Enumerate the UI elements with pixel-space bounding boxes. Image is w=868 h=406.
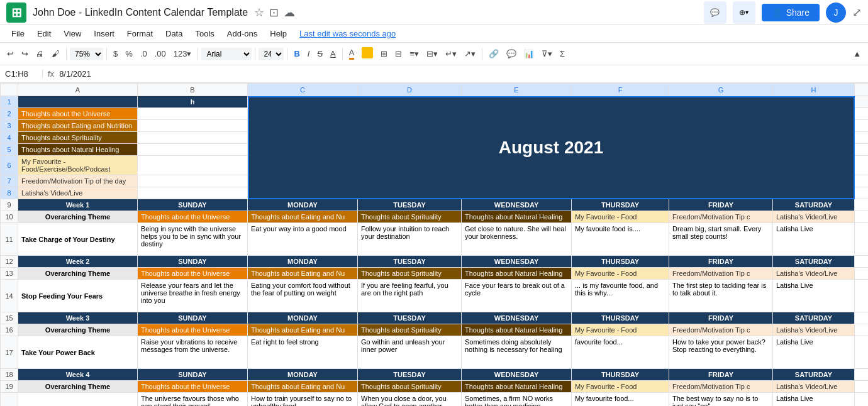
cell-b10[interactable]: Thoughts about the Universe: [138, 211, 248, 223]
menu-view[interactable]: View: [58, 28, 86, 40]
cell-wed3[interactable]: WEDNESDAY: [462, 312, 572, 324]
cell-b11[interactable]: Being in sync with the universe helps yo…: [138, 223, 248, 256]
merge-button[interactable]: ⊟: [392, 47, 405, 60]
paint-format-button[interactable]: 🖌: [48, 47, 63, 60]
col-header-e[interactable]: E: [462, 84, 572, 96]
rotate-button[interactable]: ↗▾: [461, 47, 479, 60]
col-header-c[interactable]: C: [248, 84, 358, 96]
font-size-select[interactable]: 24: [259, 48, 284, 60]
cell-wed1[interactable]: WEDNESDAY: [462, 199, 572, 211]
cell-fri2[interactable]: FRIDAY: [669, 256, 773, 268]
cell-f13[interactable]: My Favourite - Food: [572, 268, 669, 280]
decimal-increase-button[interactable]: .00: [152, 47, 169, 60]
cell-sun1[interactable]: SUNDAY: [138, 199, 248, 211]
cell-a6[interactable]: My Favourite - Food/Exercise/Book/Podcas…: [18, 156, 138, 175]
cell-d19[interactable]: Thoughts about Sprituality: [358, 381, 462, 393]
cell-b3[interactable]: [138, 120, 248, 132]
align-button[interactable]: ≡▾: [406, 47, 422, 60]
cell-a4[interactable]: Thoughts about Sprituality: [18, 132, 138, 144]
hide-toolbar-button[interactable]: ▲: [850, 47, 864, 60]
cell-g11[interactable]: Dream big, start small. Every small step…: [669, 223, 773, 256]
col-header-b[interactable]: B: [138, 84, 248, 96]
cell-g16[interactable]: Freedom/Motivation Tip c: [669, 324, 773, 336]
cell-sat3[interactable]: SATURDAY: [773, 312, 855, 324]
share-button[interactable]: 👤 Share: [762, 4, 820, 21]
cell-g13[interactable]: Freedom/Motivation Tip c: [669, 268, 773, 280]
cell-week2[interactable]: Week 2: [18, 256, 138, 268]
cell-sun4[interactable]: SUNDAY: [138, 369, 248, 381]
cell-b13[interactable]: Thoughts about the Universe: [138, 268, 248, 280]
font-select[interactable]: Arial: [201, 48, 252, 60]
menu-addons[interactable]: Add-ons: [222, 28, 262, 40]
cell-h16[interactable]: Latisha's Video/Live: [773, 324, 855, 336]
cell-h14[interactable]: Latisha Live: [773, 280, 855, 312]
cell-h20[interactable]: Latisha Live: [773, 393, 855, 407]
cell-d20[interactable]: When you close a door, you allow God to …: [358, 393, 462, 407]
cell-c16[interactable]: Thoughts about Eating and Nu: [248, 324, 358, 336]
cell-e16[interactable]: Thoughts about Natural Healing: [462, 324, 572, 336]
col-header-a[interactable]: A: [18, 84, 138, 96]
cell-h10[interactable]: Latisha's Video/Live: [773, 211, 855, 223]
cell-tue4[interactable]: TUESDAY: [358, 369, 462, 381]
underline-button[interactable]: A: [327, 47, 339, 60]
cell-h13[interactable]: Latisha's Video/Live: [773, 268, 855, 280]
col-header-d[interactable]: D: [358, 84, 462, 96]
cell-c14[interactable]: Eating your comfort food without the fea…: [248, 280, 358, 312]
cell-sat2[interactable]: SATURDAY: [773, 256, 855, 268]
cell-e10[interactable]: Thoughts about Natural Healing: [462, 211, 572, 223]
menu-tools[interactable]: Tools: [190, 28, 219, 40]
link-button[interactable]: 🔗: [486, 47, 502, 60]
wrap-button[interactable]: ↵▾: [442, 47, 460, 60]
strikethrough-button[interactable]: S: [314, 47, 326, 60]
print-button[interactable]: 🖨: [33, 47, 47, 60]
cell-b2[interactable]: [138, 108, 248, 120]
cell-a8[interactable]: Latisha's Video/Live: [18, 187, 138, 199]
fill-color-button[interactable]: [359, 45, 376, 62]
cell-f10[interactable]: My Favourite - Food: [572, 211, 669, 223]
cell-c13[interactable]: Thoughts about Eating and Nu: [248, 268, 358, 280]
italic-button[interactable]: I: [304, 47, 313, 60]
cell-tue3[interactable]: TUESDAY: [358, 312, 462, 324]
cell-fri3[interactable]: FRIDAY: [669, 312, 773, 324]
cell-e11[interactable]: Get close to nature. She will heal your …: [462, 223, 572, 256]
cell-mon4[interactable]: MONDAY: [248, 369, 358, 381]
text-color-button[interactable]: A: [346, 46, 358, 62]
cell-mon3[interactable]: MONDAY: [248, 312, 358, 324]
cell-c19[interactable]: Thoughts about Eating and Nu: [248, 381, 358, 393]
comment-button[interactable]: 💬: [503, 47, 520, 60]
format-number-button[interactable]: 123▾: [170, 47, 195, 60]
col-header-g[interactable]: G: [669, 84, 773, 96]
cell-week4[interactable]: Week 4: [18, 369, 138, 381]
cell-d11[interactable]: Follow your intuition to reach your dest…: [358, 223, 462, 256]
cell-b1[interactable]: h: [138, 96, 248, 108]
user-avatar[interactable]: J: [826, 3, 846, 23]
menu-edit[interactable]: Edit: [32, 28, 56, 40]
cell-b5[interactable]: [138, 144, 248, 156]
cell-d13[interactable]: Thoughts about Sprituality: [358, 268, 462, 280]
cell-c11[interactable]: Eat your way into a good mood: [248, 223, 358, 256]
cell-mon2[interactable]: MONDAY: [248, 256, 358, 268]
cell-f17[interactable]: favourite food...: [572, 336, 669, 369]
cell-c10[interactable]: Thoughts about Eating and Nu: [248, 211, 358, 223]
cell-a11[interactable]: Take Charge of Your Destiny: [18, 223, 138, 256]
folder-icon[interactable]: ⊡: [269, 6, 279, 19]
cell-f20[interactable]: My favourite food...: [572, 393, 669, 407]
cell-g14[interactable]: The first step to tackling fear is to ta…: [669, 280, 773, 312]
cell-a20[interactable]: The Power of Saying No: [18, 393, 138, 407]
cell-b14[interactable]: Release your fears and let the universe …: [138, 280, 248, 312]
cell-sun2[interactable]: SUNDAY: [138, 256, 248, 268]
cell-g10[interactable]: Freedom/Motivation Tip c: [669, 211, 773, 223]
function-button[interactable]: Σ: [557, 47, 568, 60]
col-header-f[interactable]: F: [572, 84, 669, 96]
cell-fri4[interactable]: FRIDAY: [669, 369, 773, 381]
cell-b17[interactable]: Raise your vibrations to receive message…: [138, 336, 248, 369]
cell-wed2[interactable]: WEDNESDAY: [462, 256, 572, 268]
cell-a7[interactable]: Freedom/Motivation Tip of the day: [18, 175, 138, 187]
cell-e13[interactable]: Thoughts about Natural Healing: [462, 268, 572, 280]
cell-a1[interactable]: [18, 96, 138, 108]
redo-button[interactable]: ↪: [18, 47, 31, 60]
cell-b7[interactable]: [138, 175, 248, 187]
cell-b16[interactable]: Thoughts about the Universe: [138, 324, 248, 336]
cell-e17[interactable]: Sometimes doing absolutely nothing is ne…: [462, 336, 572, 369]
chart-button[interactable]: 📊: [521, 47, 537, 60]
